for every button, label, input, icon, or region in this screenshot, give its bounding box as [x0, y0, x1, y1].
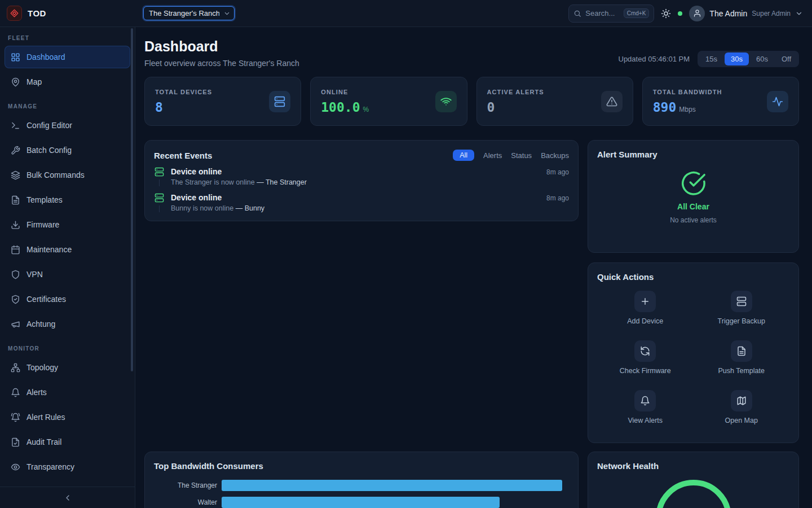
refresh-15s-button[interactable]: 15s — [699, 52, 723, 65]
terminal-icon — [11, 121, 20, 130]
eye-icon — [11, 462, 20, 472]
sidebar-footer — [0, 487, 135, 508]
theme-toggle-button[interactable] — [661, 8, 671, 19]
stat-label: TOTAL DEVICES — [155, 89, 212, 95]
last-updated-text: Updated 05:46:01 PM — [619, 55, 690, 63]
file-text-icon — [731, 340, 752, 362]
sidebar-item-label: Batch Config — [27, 146, 72, 155]
sidebar-item-batch-config[interactable]: Batch Config — [5, 139, 130, 161]
chevron-left-icon — [63, 493, 72, 502]
sidebar-item-label: Topology — [27, 363, 58, 372]
refresh-interval-control: 15s30s60sOff — [698, 51, 799, 67]
ranch-select[interactable]: The Stranger's Ranch — [143, 6, 235, 20]
sidebar-item-transparency[interactable]: Transparency — [5, 456, 130, 478]
refresh-30s-button[interactable]: 30s — [725, 52, 749, 65]
sidebar-item-map[interactable]: Map — [5, 71, 130, 93]
timeline-connector — [159, 179, 160, 186]
network-health-title: Network Health — [597, 461, 789, 471]
chevron-down-icon — [795, 10, 803, 17]
sidebar-item-label: Alerts — [27, 388, 47, 397]
sidebar-item-bulk-commands[interactable]: Bulk Commands — [5, 164, 130, 186]
stat-label: ACTIVE ALERTS — [487, 89, 544, 95]
event-device: — Bunny — [236, 204, 264, 212]
quick-actions-card: Quick Actions Add DeviceTrigger BackupCh… — [588, 262, 799, 443]
activity-icon — [767, 91, 788, 112]
server-icon — [731, 291, 752, 312]
stat-value: 100.0 — [321, 100, 360, 115]
sidebar-item-templates[interactable]: Templates — [5, 189, 130, 211]
sidebar-item-audit-trail[interactable]: Audit Trail — [5, 431, 130, 453]
refresh-off-button[interactable]: Off — [775, 52, 797, 65]
layers-icon — [11, 170, 20, 180]
page-header: Dashboard Fleet overview across The Stra… — [144, 38, 799, 68]
bandwidth-bar — [222, 497, 500, 508]
events-filter-alerts[interactable]: Alerts — [483, 151, 502, 160]
network-icon — [11, 363, 20, 373]
quick-action-add-device[interactable]: Add Device — [627, 291, 663, 325]
bandwidth-bar-track — [222, 480, 569, 491]
stat-card-online: ONLINE100.0% — [310, 77, 467, 126]
stat-value: 8 — [155, 100, 163, 115]
sidebar-item-dashboard[interactable]: Dashboard — [5, 46, 130, 68]
event-time: 8m ago — [546, 168, 569, 176]
shield-icon — [11, 270, 20, 279]
sidebar-item-label: Alert Rules — [27, 413, 65, 422]
sidebar-item-alerts[interactable]: Alerts — [5, 381, 130, 404]
bandwidth-title: Top Bandwidth Consumers — [154, 461, 569, 471]
bandwidth-bars: The StrangerWalter — [154, 480, 569, 508]
events-filter-backups[interactable]: Backups — [541, 151, 569, 160]
sidebar-section-fleet: FLEET — [8, 35, 127, 41]
sidebar-item-vpn[interactable]: VPN — [5, 263, 130, 286]
file-text-icon — [11, 195, 20, 205]
topbar-right: Search... Cmd+K The Admin Super Admin — [568, 5, 812, 23]
quick-action-label: Open Map — [725, 417, 758, 424]
sidebar-collapse-button[interactable] — [63, 493, 72, 502]
sidebar-item-config-editor[interactable]: Config Editor — [5, 114, 130, 137]
stat-unit: % — [363, 106, 369, 113]
refresh-icon — [634, 340, 656, 362]
sidebar-item-maintenance[interactable]: Maintenance — [5, 238, 130, 261]
event-device: — The Stranger — [257, 178, 307, 186]
download-icon — [11, 220, 20, 230]
bandwidth-card: Top Bandwidth Consumers The StrangerWalt… — [144, 452, 579, 508]
map-pin-icon — [11, 77, 20, 87]
user-name: The Admin — [709, 9, 747, 18]
bandwidth-row: Walter — [154, 497, 569, 508]
event-time: 8m ago — [546, 194, 569, 202]
server-icon — [155, 193, 164, 203]
quick-action-push-template[interactable]: Push Template — [718, 340, 765, 375]
stat-value: 0 — [487, 100, 495, 115]
search-placeholder: Search... — [585, 9, 615, 17]
sidebar-item-label: Dashboard — [27, 52, 65, 62]
alert-detail-text: No active alerts — [670, 216, 717, 224]
sidebar-item-firmware[interactable]: Firmware — [5, 213, 130, 236]
stat-card-total-bandwidth: TOTAL BANDWIDTH890Mbps — [642, 77, 799, 126]
quick-action-open-map[interactable]: Open Map — [725, 390, 758, 424]
file-check-icon — [11, 437, 20, 447]
stat-value: 890 — [653, 100, 677, 115]
quick-action-label: View Alerts — [628, 417, 663, 424]
quick-action-view-alerts[interactable]: View Alerts — [628, 390, 663, 424]
sidebar-item-alert-rules[interactable]: Alert Rules — [5, 406, 130, 428]
sidebar-item-certificates[interactable]: Certificates — [5, 288, 130, 310]
sidebar-scrollbar-thumb[interactable] — [131, 28, 133, 371]
sidebar-item-achtung[interactable]: Achtung — [5, 313, 130, 335]
shield-check-icon — [11, 295, 20, 304]
events-filter-all[interactable]: All — [453, 150, 474, 161]
sidebar-item-label: Templates — [27, 195, 63, 204]
event-detail: The Stranger is now online — The Strange… — [171, 178, 569, 186]
sidebar-item-label: Achtung — [27, 319, 55, 329]
ranch-select-wrap: The Stranger's Ranch — [143, 6, 235, 20]
sidebar-item-label: Transparency — [27, 462, 74, 471]
quick-action-trigger-backup[interactable]: Trigger Backup — [718, 291, 765, 325]
quick-action-check-firmware[interactable]: Check Firmware — [620, 340, 671, 375]
event-row: Device online8m agoThe Stranger is now o… — [154, 166, 569, 192]
stat-label: TOTAL BANDWIDTH — [653, 89, 722, 95]
refresh-60s-button[interactable]: 60s — [750, 52, 774, 65]
sidebar-item-topology[interactable]: Topology — [5, 356, 130, 379]
event-title: Device online — [171, 167, 222, 176]
search-box[interactable]: Search... Cmd+K — [568, 5, 654, 23]
event-detail: Bunny is now online — Bunny — [171, 204, 569, 212]
user-menu[interactable]: The Admin Super Admin — [689, 6, 803, 21]
events-filter-status[interactable]: Status — [511, 151, 532, 160]
